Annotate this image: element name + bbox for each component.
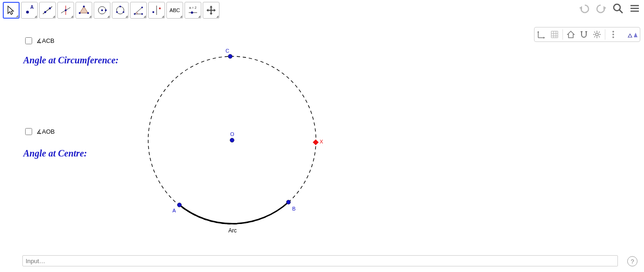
label-x: X (320, 139, 323, 144)
reflect-tool[interactable] (148, 2, 165, 19)
circle-3pt-tool[interactable] (112, 2, 129, 19)
point-a[interactable] (178, 203, 182, 207)
point-tool[interactable]: A (21, 2, 38, 19)
svg-point-24 (159, 7, 161, 9)
svg-point-23 (152, 11, 154, 13)
label-o: O (230, 131, 234, 137)
slider-tool[interactable]: a = 2 (185, 2, 201, 19)
svg-point-10 (87, 12, 89, 14)
svg-point-20 (141, 7, 143, 8)
label-b: B (292, 206, 295, 211)
geometry-svg (0, 23, 644, 252)
text-tool[interactable]: ABC (166, 2, 183, 19)
redo-icon[interactable] (595, 2, 608, 15)
svg-point-21 (141, 13, 143, 15)
header-right-controls (578, 2, 641, 15)
help-icon[interactable]: ? (627, 256, 637, 266)
line-tool[interactable] (39, 2, 56, 19)
svg-text:A: A (30, 5, 34, 10)
text-tool-label: ABC (170, 7, 180, 13)
svg-point-15 (116, 7, 124, 14)
svg-point-19 (134, 13, 136, 15)
polygon-tool[interactable] (75, 2, 92, 19)
label-arc: Arc (228, 227, 237, 234)
move-view-tool[interactable] (203, 2, 219, 19)
search-icon[interactable] (611, 2, 624, 15)
svg-point-11 (79, 12, 81, 14)
svg-line-2 (43, 7, 52, 14)
point-x[interactable] (313, 139, 319, 145)
svg-point-7 (65, 9, 67, 11)
point-b[interactable] (287, 200, 291, 204)
svg-point-17 (116, 11, 118, 13)
svg-point-14 (105, 9, 107, 11)
point-c[interactable] (228, 54, 233, 59)
menu-icon[interactable] (628, 2, 641, 15)
tool-buttons: A ABC (3, 2, 219, 19)
svg-line-29 (619, 10, 623, 13)
undo-icon[interactable] (578, 2, 591, 15)
svg-point-28 (614, 4, 620, 11)
svg-text:a = 2: a = 2 (189, 6, 197, 9)
svg-point-16 (119, 6, 121, 7)
circle-center-tool[interactable] (94, 2, 110, 19)
svg-point-9 (83, 6, 85, 7)
angle-tool[interactable] (130, 2, 147, 19)
svg-point-3 (44, 11, 46, 13)
move-tool[interactable] (3, 2, 20, 19)
point-o[interactable] (230, 138, 234, 143)
svg-point-4 (49, 7, 51, 9)
svg-point-27 (191, 12, 193, 14)
svg-marker-8 (80, 7, 88, 13)
label-c: C (226, 48, 229, 54)
perpendicular-tool[interactable] (57, 2, 74, 19)
svg-point-0 (26, 11, 29, 14)
svg-point-18 (123, 11, 124, 13)
arc-ab[interactable] (179, 202, 288, 224)
graphics-view[interactable]: ∡ACB Angle at Circumference: ∡AOB Angle … (0, 23, 644, 252)
label-a: A (172, 208, 176, 213)
input-bar[interactable] (22, 255, 618, 266)
main-toolbar: A ABC (3, 2, 641, 21)
svg-point-13 (101, 9, 103, 11)
